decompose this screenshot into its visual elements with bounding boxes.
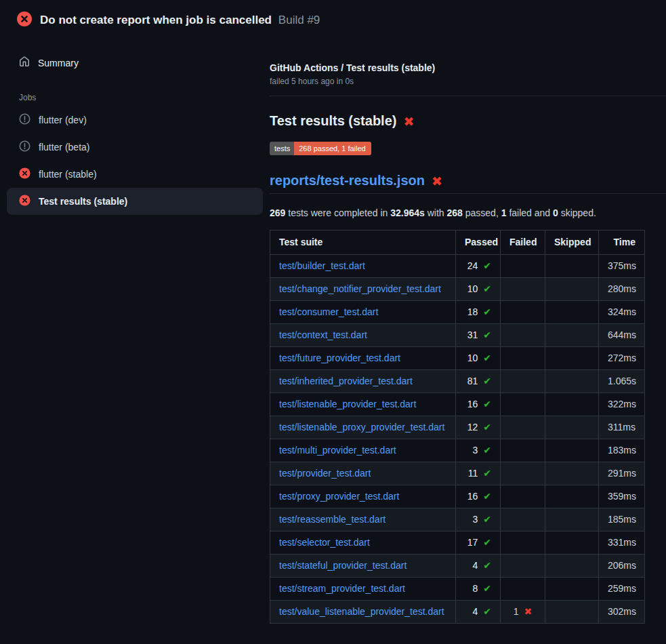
summary-text-part: 269 (270, 207, 285, 218)
test-suite-link[interactable]: test/context_test.dart (279, 329, 367, 340)
skipped-cell (545, 324, 599, 347)
cross-icon: ✖ (432, 174, 442, 188)
status-line: failed 5 hours ago in 0s (270, 77, 666, 86)
sidebar-item-job[interactable]: flutter (beta) (7, 134, 263, 161)
test-suite-link[interactable]: test/value_listenable_provider_test.dart (279, 606, 444, 617)
summary-text-part: 32.964s (390, 207, 425, 218)
skipped-cell (545, 601, 599, 624)
time-cell: 259ms (599, 578, 645, 601)
failed-cell (501, 301, 545, 324)
check-icon: ✔ (483, 560, 491, 571)
x-circle-icon (19, 167, 30, 181)
tests-badge-value: 268 passed, 1 failed (294, 142, 371, 155)
report-heading-link[interactable]: reports/test-results.json (270, 173, 425, 188)
summary-text-part: 0 (553, 207, 558, 218)
sidebar-item-job[interactable]: Test results (stable) (7, 188, 263, 215)
check-icon: ✔ (483, 283, 491, 294)
summary-text-part: tests were completed in (285, 207, 390, 218)
test-suite-cell: test/listenable_proxy_provider_test.dart (270, 416, 456, 439)
sidebar-item-job[interactable]: flutter (dev) (7, 106, 263, 134)
passed-cell: 16 ✔ (456, 393, 501, 416)
test-suite-cell: test/multi_provider_test.dart (270, 439, 456, 462)
main-content: GitHub Actions / Test results (stable) f… (270, 38, 666, 624)
test-suite-link[interactable]: test/stream_provider_test.dart (279, 583, 405, 594)
table-row: test/provider_test.dart11 ✔291ms (270, 462, 645, 485)
check-icon: ✔ (483, 445, 491, 456)
table-row: test/future_provider_test.dart10 ✔272ms (270, 347, 645, 370)
test-suite-cell: test/builder_test.dart (270, 255, 456, 278)
test-suite-link[interactable]: test/listenable_provider_test.dart (279, 399, 416, 409)
table-row: test/consumer_test.dart18 ✔324ms (270, 301, 645, 324)
failed-cell (501, 531, 545, 555)
summary-text-part: skipped. (558, 207, 596, 218)
test-suite-link[interactable]: test/proxy_provider_test.dart (279, 491, 399, 502)
test-suite-cell: test/selector_test.dart (270, 531, 456, 555)
time-cell: 183ms (599, 439, 645, 462)
passed-cell: 17 ✔ (456, 531, 501, 555)
time-cell: 324ms (599, 301, 645, 324)
job-label: flutter (beta) (39, 142, 89, 153)
summary-label: Summary (38, 58, 79, 68)
test-suite-link[interactable]: test/consumer_test.dart (279, 306, 378, 317)
test-suite-link[interactable]: test/inherited_provider_test.dart (279, 376, 413, 386)
summary-text-part: with (425, 207, 447, 218)
table-row: test/value_listenable_provider_test.dart… (270, 601, 645, 624)
test-suite-link[interactable]: test/provider_test.dart (279, 468, 371, 479)
job-label: flutter (dev) (39, 115, 87, 125)
passed-cell: 81 ✔ (456, 370, 501, 393)
check-run-title: Test results (stable) ✖ (270, 113, 666, 129)
time-cell: 291ms (599, 462, 645, 485)
col-header-passed: Passed (456, 230, 501, 255)
passed-cell: 11 ✔ (456, 462, 501, 485)
skipped-cell (545, 531, 599, 555)
sidebar: Summary Jobs flutter (dev)flutter (beta)… (0, 38, 270, 215)
test-suite-cell: test/stateful_provider_test.dart (270, 555, 456, 578)
check-icon: ✔ (483, 491, 491, 502)
time-cell: 644ms (599, 324, 645, 347)
summary-text-part: failed and (507, 207, 554, 218)
time-cell: 375ms (599, 255, 645, 278)
passed-cell: 4 ✔ (456, 601, 501, 624)
check-icon: ✔ (483, 353, 491, 363)
sidebar-item-job[interactable]: flutter (stable) (7, 161, 263, 188)
test-suite-link[interactable]: test/listenable_proxy_provider_test.dart (279, 422, 444, 432)
table-row: test/stream_provider_test.dart8 ✔259ms (270, 578, 645, 601)
table-row: test/change_notifier_provider_test.dart1… (270, 278, 645, 301)
skipped-cell (545, 416, 599, 439)
table-row: test/builder_test.dart24 ✔375ms (270, 255, 645, 278)
page-title: Do not create report when job is cancell… (40, 14, 272, 26)
time-cell: 311ms (599, 416, 645, 439)
passed-cell: 10 ✔ (456, 278, 501, 301)
check-icon: ✔ (483, 329, 491, 340)
table-row: test/inherited_provider_test.dart81 ✔1.0… (270, 370, 645, 393)
test-suite-link[interactable]: test/stateful_provider_test.dart (279, 560, 407, 571)
time-cell: 1.065s (599, 370, 645, 393)
check-icon: ✔ (483, 468, 491, 479)
test-suite-cell: test/value_listenable_provider_test.dart (270, 601, 456, 624)
test-suite-link[interactable]: test/multi_provider_test.dart (279, 445, 396, 456)
check-icon: ✔ (483, 606, 491, 617)
table-row: test/selector_test.dart17 ✔331ms (270, 531, 645, 555)
test-suite-link[interactable]: test/reassemble_test.dart (279, 514, 386, 525)
check-icon: ✔ (483, 583, 491, 594)
col-header-test-suite: Test suite (270, 230, 456, 255)
time-cell: 206ms (599, 555, 645, 578)
skipped-cell (545, 255, 599, 278)
time-cell: 322ms (599, 393, 645, 416)
table-row: test/multi_provider_test.dart3 ✔183ms (270, 439, 645, 462)
test-suite-link[interactable]: test/selector_test.dart (279, 537, 370, 548)
skipped-cell (545, 301, 599, 324)
sidebar-item-summary[interactable]: Summary (7, 50, 263, 75)
failed-cell (501, 416, 545, 439)
layout: Summary Jobs flutter (dev)flutter (beta)… (0, 38, 666, 624)
passed-cell: 3 ✔ (456, 439, 501, 462)
test-suite-link[interactable]: test/future_provider_test.dart (279, 353, 400, 363)
test-suite-link[interactable]: test/change_notifier_provider_test.dart (279, 283, 441, 294)
job-label: flutter (stable) (39, 169, 97, 180)
time-cell: 359ms (599, 485, 645, 508)
test-suite-cell: test/change_notifier_provider_test.dart (270, 278, 456, 301)
failed-cell (501, 278, 545, 301)
test-suite-link[interactable]: test/builder_test.dart (279, 260, 365, 271)
table-row: test/listenable_proxy_provider_test.dart… (270, 416, 645, 439)
passed-cell: 8 ✔ (456, 578, 501, 601)
